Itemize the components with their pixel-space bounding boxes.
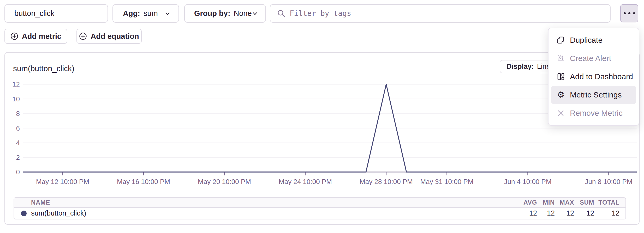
column-header-total: TOTAL — [594, 199, 619, 206]
column-header-name: NAME — [14, 199, 519, 206]
x-axis-tick-label: May 24 10:00 PM — [271, 178, 339, 186]
table-row[interactable]: sum(button_click) 12 12 12 12 12 — [14, 208, 625, 219]
menu-item-duplicate[interactable]: Duplicate — [551, 31, 636, 49]
summary-table-header: NAME AVG MIN MAX SUM TOTAL — [14, 198, 625, 208]
menu-item-metric-settings[interactable]: ⚙ Metric Settings — [551, 86, 636, 104]
column-header-sum: SUM — [574, 199, 594, 206]
menu-item-create-alert: Create Alert — [551, 49, 636, 68]
menu-item-add-to-dashboard[interactable]: Add to Dashboard — [551, 68, 636, 86]
summary-table: NAME AVG MIN MAX SUM TOTAL sum(button_cl… — [14, 197, 626, 219]
x-axis-tick-label: May 31 10:00 PM — [413, 178, 481, 186]
menu-item-label: Add to Dashboard — [570, 72, 633, 81]
column-header-min: MIN — [537, 199, 555, 206]
x-axis-tick-label: Jun 8 10:00 PM — [575, 178, 643, 186]
y-axis-tick-label: 0 — [3, 168, 20, 176]
metrics-query-page: Agg: sum Group by: None Add — [0, 0, 644, 233]
column-header-avg: AVG — [519, 199, 537, 206]
x-axis-tick-label: May 28 10:00 PM — [352, 178, 420, 186]
x-axis-tick-label: May 12 10:00 PM — [29, 178, 97, 186]
menu-item-label: Create Alert — [570, 54, 611, 63]
y-axis-tick-label: 8 — [3, 110, 20, 118]
cell-sum: 12 — [574, 209, 594, 217]
y-axis-tick-label: 6 — [3, 124, 20, 132]
cell-max: 12 — [555, 209, 574, 217]
x-icon — [556, 109, 565, 118]
cell-total: 12 — [594, 209, 619, 217]
y-axis-tick-label: 4 — [3, 139, 20, 147]
menu-item-remove-metric: Remove Metric — [551, 104, 636, 122]
display-label: Display: — [506, 63, 534, 71]
x-axis-tick-label: May 16 10:00 PM — [110, 178, 177, 186]
menu-item-label: Remove Metric — [570, 109, 623, 118]
alert-icon — [556, 54, 565, 63]
column-header-max: MAX — [555, 199, 574, 206]
dashboard-icon — [556, 72, 565, 81]
series-name: sum(button_click) — [31, 209, 86, 217]
menu-item-label: Metric Settings — [570, 90, 622, 99]
cell-avg: 12 — [519, 209, 537, 217]
x-axis-tick-label: Jun 4 10:00 PM — [494, 178, 562, 186]
y-axis-tick-label: 10 — [3, 95, 20, 103]
y-axis-tick-label: 2 — [3, 154, 20, 161]
cell-min: 12 — [537, 209, 555, 217]
series-color-dot — [21, 211, 27, 216]
x-axis-tick-label: May 20 10:00 PM — [190, 178, 258, 186]
options-menu: Duplicate Create Alert — [548, 28, 639, 126]
menu-item-label: Duplicate — [570, 36, 603, 45]
duplicate-icon — [556, 36, 565, 45]
gear-icon: ⚙ — [556, 90, 565, 99]
y-axis-tick-label: 12 — [3, 80, 20, 88]
